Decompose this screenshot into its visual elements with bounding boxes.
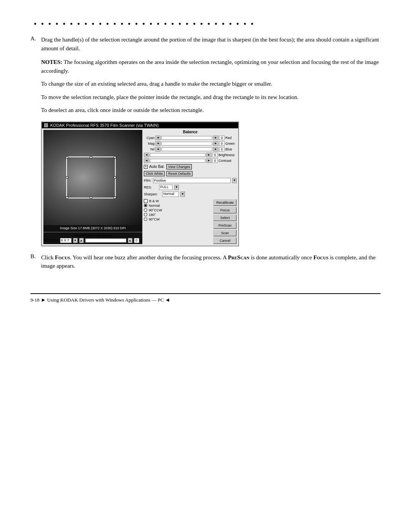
title-bar-close-icon[interactable]: [44, 123, 48, 127]
red-label: Red: [225, 136, 237, 140]
res-value[interactable]: FULL: [159, 185, 173, 190]
normal-label: Normal: [149, 204, 160, 208]
contrast-track: [150, 159, 206, 163]
dot: [128, 23, 130, 25]
yel-val: 0: [219, 147, 225, 152]
film-select[interactable]: Positive: [153, 178, 231, 183]
yel-left-arrow[interactable]: ◄: [155, 147, 161, 152]
contrast-left-arrow[interactable]: ◄: [144, 158, 149, 163]
sharpen-arrow[interactable]: ▼: [180, 192, 185, 197]
image-size-label: Image Size 17.8MB (3072 X 2030) 910 DPI: [43, 225, 142, 231]
item-b-focus-word: Focus: [55, 254, 70, 260]
dot: [244, 23, 246, 25]
recalibrate-button[interactable]: Recalibrate: [213, 199, 237, 206]
ccw90-label: 90°CCW: [149, 208, 162, 212]
contrast-right-arrow[interactable]: ►: [206, 158, 212, 163]
scan-button[interactable]: Scan: [213, 230, 237, 236]
dot: [85, 23, 87, 25]
dot: [251, 23, 253, 25]
mag-end-up-arrow[interactable]: ▲: [128, 238, 132, 243]
dot: [186, 23, 188, 25]
dot: [92, 23, 94, 25]
item-b-prescan-word: PreScan: [228, 254, 250, 260]
normal-radio[interactable]: [144, 204, 147, 207]
dot: [114, 23, 116, 25]
mag-row: Film Size: 6 X 7 ▼ ▲ ▲ 0 z: [43, 238, 142, 243]
sharpen-value[interactable]: Normal: [162, 192, 179, 197]
ccw90-radio[interactable]: [144, 208, 147, 212]
mag-right-arrow[interactable]: ►: [213, 141, 218, 146]
brightness-right-arrow[interactable]: ►: [206, 153, 212, 157]
cyan-left-arrow[interactable]: ◄: [155, 136, 161, 140]
yel-row: Yel ◄ ► 0 Blue: [144, 147, 237, 152]
deg180-radio[interactable]: [144, 213, 147, 216]
notes-text: The focusing algorithm operates on the a…: [41, 59, 379, 74]
dot: [34, 23, 36, 25]
bw-checkbox[interactable]: [144, 199, 148, 203]
mag-left-arrow[interactable]: ◄: [155, 141, 161, 146]
cyan-val: 0: [219, 136, 225, 140]
deg180-radio-row: 180°: [144, 213, 211, 217]
select-button[interactable]: Select: [213, 214, 237, 221]
brightness-label: Brightness: [218, 153, 237, 157]
film-arrow[interactable]: ▼: [232, 178, 237, 183]
prescan-button[interactable]: PreScan: [213, 222, 237, 229]
reset-defaults-button[interactable]: Reset Defaults: [166, 171, 193, 176]
cw90-radio[interactable]: [144, 217, 147, 221]
footer-text: Using KODAK Drivers with Windows Applica…: [47, 297, 164, 303]
handle-bl[interactable]: [66, 197, 68, 199]
click-white-button[interactable]: Click White: [144, 171, 165, 176]
cyan-right-arrow[interactable]: ►: [213, 136, 218, 140]
cw90-radio-row: 90°CW: [144, 217, 211, 221]
res-arrow[interactable]: ▼: [174, 185, 179, 190]
dot: [193, 23, 195, 25]
mag-end-val: 0: [134, 238, 139, 243]
selection-rect[interactable]: [66, 157, 116, 198]
res-label: RES:: [144, 185, 158, 189]
film-size-down-arrow[interactable]: ▼: [73, 238, 78, 243]
handle-bm[interactable]: [90, 197, 92, 199]
mag-balance-label: Mag: [144, 142, 155, 145]
mag-balance-row: Mag ◄ ► 0 Green: [144, 141, 237, 146]
dot: [201, 23, 202, 25]
ccw90-radio-row: 90°CCW: [144, 208, 211, 212]
scanner-body: Image Size 17.8MB (3072 X 2030) 910 DPI …: [42, 128, 238, 246]
dot: [107, 23, 108, 25]
film-size-up-arrow[interactable]: ▲: [79, 238, 84, 243]
dot: [150, 23, 152, 25]
deg180-label: 180°: [149, 213, 156, 217]
brightness-left-arrow[interactable]: ◄: [144, 153, 149, 157]
dot: [135, 23, 137, 25]
main-content: A. Drag the handle(s) of the selection r…: [30, 35, 381, 303]
item-b-text-end: is done automatically once: [250, 254, 314, 260]
footer-page: 9-18: [30, 297, 40, 303]
controls-area: Balance Cyan ◄ ► 0 Red Mag ◄ ► 0: [144, 130, 237, 244]
handle-ml[interactable]: [66, 176, 68, 179]
dot: [99, 23, 101, 25]
contrast-label: Contrast: [218, 159, 237, 163]
handle-mr[interactable]: [114, 176, 116, 179]
focus-button[interactable]: Focus: [213, 207, 237, 214]
cancel-button[interactable]: Cancel: [213, 237, 237, 244]
film-size-value[interactable]: 6 X 7: [60, 238, 72, 243]
normal-radio-row: Normal: [144, 204, 211, 208]
dot: [215, 23, 217, 25]
auto-bal-label: Auto Bal.: [149, 165, 165, 169]
dot: [70, 23, 72, 25]
view-changes-button[interactable]: View Changes: [166, 164, 192, 169]
handle-tm[interactable]: [90, 156, 92, 158]
handle-tr[interactable]: [114, 156, 116, 158]
item-b-text-mid: . You will hear one buzz after another d…: [70, 254, 228, 260]
handle-br[interactable]: [114, 197, 116, 199]
yel-right-arrow[interactable]: ►: [213, 147, 218, 152]
dots-row: [30, 23, 381, 25]
magnification-section: Magnification Adjustment Film Size: 6 X …: [43, 232, 142, 243]
item-a-text: Drag the handle(s) of the selection rect…: [41, 35, 381, 53]
auto-bal-checkbox[interactable]: [144, 165, 148, 169]
sharpen-row: Sharpen: Normal ▼: [144, 192, 237, 197]
notes-bold: NOTES:: [41, 59, 62, 65]
handle-tl[interactable]: [66, 156, 68, 158]
scanner-title: KODAK Professional RFS 3570 Film Scanner…: [50, 123, 159, 128]
film-row: Film: Positive ▼: [144, 178, 237, 183]
cyan-track: [161, 136, 212, 140]
